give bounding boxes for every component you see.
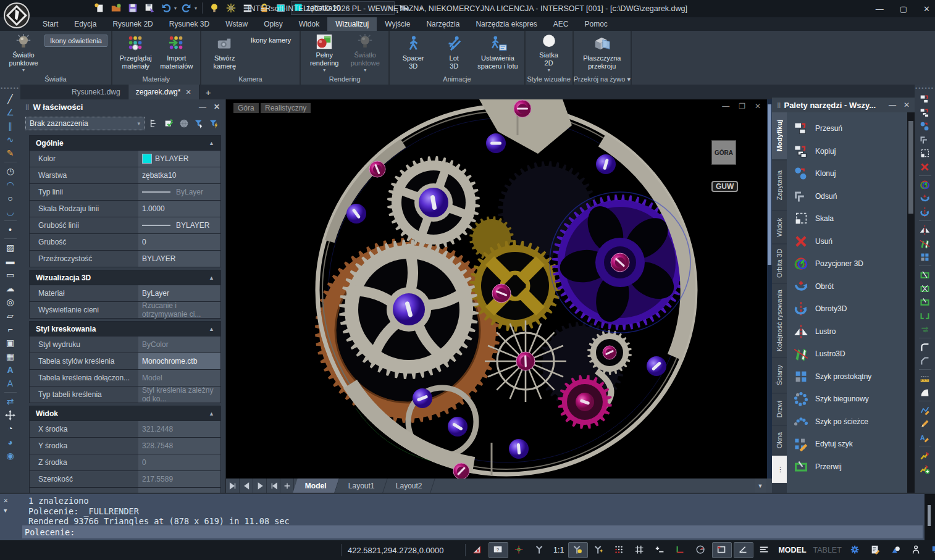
property-row[interactable]: Tabela stylów kreśleniaMonochrome.ctb [30,353,220,369]
annotation-toggle[interactable] [866,543,885,558]
property-row[interactable]: Wyświetlanie cieniRzucanie i otrzymywani… [30,301,220,318]
section-header[interactable]: Wizualizacja 3D▲ [30,270,220,285]
drawing-viewport[interactable]: Góra Realistyczny — ❐ ✕ GÓRA GUW ModelLa… [226,99,772,493]
palette-item-clone[interactable]: Klonuj [793,162,906,185]
undo-icon[interactable] [159,1,173,15]
join-icon[interactable] [918,309,933,322]
property-row[interactable]: Y środka328.7548 [30,437,220,454]
property-row[interactable]: PrzeźroczystośćBYLAYER [30,250,220,267]
scale-icon[interactable] [918,146,933,160]
ellipse-arc-icon[interactable]: ◡ [3,205,18,219]
menu-tab-aec[interactable]: AEC [545,17,577,31]
layer-combo[interactable]: zębatka10▾ [291,1,395,15]
ellipse-icon[interactable]: ○ [3,191,18,205]
palette-item-offset[interactable]: Odsuń [793,185,906,208]
ortho-toggle[interactable] [651,543,669,558]
collapse-icon[interactable]: ▲ [209,411,214,417]
revision-cloud-icon[interactable]: ☁ [3,282,18,295]
property-row[interactable]: Styl wydrukuByColor [30,336,220,353]
property-row[interactable]: Grubość0 [30,233,220,250]
palette-tab-orbita-3d[interactable]: Orbita 3D [772,244,787,283]
point-light-button[interactable]: Światło punktowe▾ [4,32,43,74]
property-row[interactable]: X środka321.2448 [30,420,220,437]
palette-tab-okna[interactable]: Okna [772,426,787,454]
pencil-icon[interactable] [918,417,933,430]
select-filter-icon[interactable] [193,117,205,130]
property-value[interactable]: ByLayer [138,184,220,200]
view-cube[interactable]: GÓRA [711,140,736,165]
new-doc-tab-button[interactable]: + [199,85,217,99]
property-row[interactable]: KolorBYLAYER [30,150,220,167]
palette-minimize-icon[interactable]: — [889,101,896,109]
palette-tab-widok[interactable]: Widok [772,211,787,243]
property-row[interactable]: Z środka0 [30,454,220,470]
palette-item-mirror[interactable]: Lustro [793,320,906,343]
app-logo-icon[interactable] [2,1,31,30]
circle-icon[interactable]: ◷ [3,164,18,178]
spline-icon[interactable]: ∿ [3,133,18,146]
lwt-toggle[interactable] [755,543,774,558]
layout-tab-layout2[interactable]: Layout2 [384,479,435,493]
section-header[interactable]: Ogólnie▲ [30,136,220,150]
camera-icons-toggle[interactable]: Ikony kamery [246,35,296,46]
combo-arrow-icon[interactable]: ▾ [389,5,392,11]
menu-tab-pomoc[interactable]: Pomoc [577,17,616,31]
section-header[interactable]: Widok▲ [30,406,220,420]
close-panel-icon[interactable]: ✕ [214,102,220,111]
globe-icon[interactable] [178,117,190,130]
property-value[interactable]: 1.0000 [138,201,220,217]
region-icon[interactable]: ▬ [3,254,18,268]
display-toggle[interactable] [928,543,935,558]
panel-grip[interactable]: ‖ [25,102,29,112]
orbit-icon[interactable]: ⇄ [3,395,18,408]
doc-tab-close-icon[interactable]: ✕ [185,88,191,96]
command-scrollbar[interactable] [925,494,935,540]
new-file-icon[interactable] [93,1,106,15]
prev-button[interactable] [240,479,253,493]
command-expand-icon[interactable]: ▼ [4,508,7,514]
property-row[interactable]: MateriałByLayer [30,285,220,301]
rect-mode-toggle[interactable] [712,542,732,558]
layout-tab-model[interactable]: Model [293,479,339,493]
property-row[interactable]: Wysokość152.8234 [30,487,220,493]
property-row[interactable]: Skala Rodzaju linii1.0000 [30,200,220,217]
palette-item-mirror3d[interactable]: Lustro3D [793,343,906,366]
tree-icon[interactable] [148,117,161,130]
last-button[interactable] [267,479,280,493]
restore-button[interactable]: ▢ [900,4,907,14]
collapse-icon[interactable]: ▲ [209,326,214,332]
sun-icon[interactable] [224,1,238,15]
mtext-icon[interactable]: A [3,377,18,390]
property-value[interactable]: Styl kreślenia zależny od ko... [138,387,220,403]
palette-close-icon[interactable]: ✕ [904,101,910,109]
property-value[interactable]: Model [138,370,220,386]
positioner-3d-icon[interactable] [918,178,933,191]
menu-tab-wyj-cie[interactable]: Wyjście [377,17,418,31]
menu-tab-rysunek-2d[interactable]: Rysunek 2D [104,17,161,31]
property-value[interactable]: ByColor [138,336,220,353]
polyline-icon[interactable]: ∠ [3,106,18,119]
redo-icon-dropdown[interactable]: ▾ [195,6,197,11]
walk-3d-button[interactable]: Spacer 3D [393,32,433,74]
property-value[interactable]: 328.7548 [138,438,220,454]
palette-item-array-path[interactable]: Szyk po ścieżce [793,411,906,433]
offset-icon[interactable] [918,133,933,146]
menu-tab-edycja[interactable]: Edycja [66,17,104,31]
wipeout-icon[interactable]: ▱ [3,309,18,322]
section-header[interactable]: Styl kreskowania▲ [30,322,220,336]
add-layout-button[interactable] [280,479,294,493]
color-swatch-icon[interactable] [274,1,288,15]
clone-icon[interactable] [918,119,933,133]
property-row[interactable]: Warstwazębatka10 [30,167,220,183]
face-icon[interactable]: ▣ [3,336,18,349]
menu-tab-wizualizuj[interactable]: Wizualizuj [327,17,377,31]
qat-overflow-icon[interactable]: ▾ [414,1,428,15]
copy-icon[interactable] [918,106,933,119]
collapse-icon[interactable]: ▲ [209,140,214,146]
save-as-icon[interactable] [143,1,156,15]
open-file-icon[interactable] [109,1,123,15]
pedit-icon[interactable] [918,403,933,417]
doc-tab-1[interactable]: Rysunek1.dwg [64,85,128,99]
array-rect-icon[interactable] [918,250,933,264]
first-button[interactable] [226,479,240,493]
